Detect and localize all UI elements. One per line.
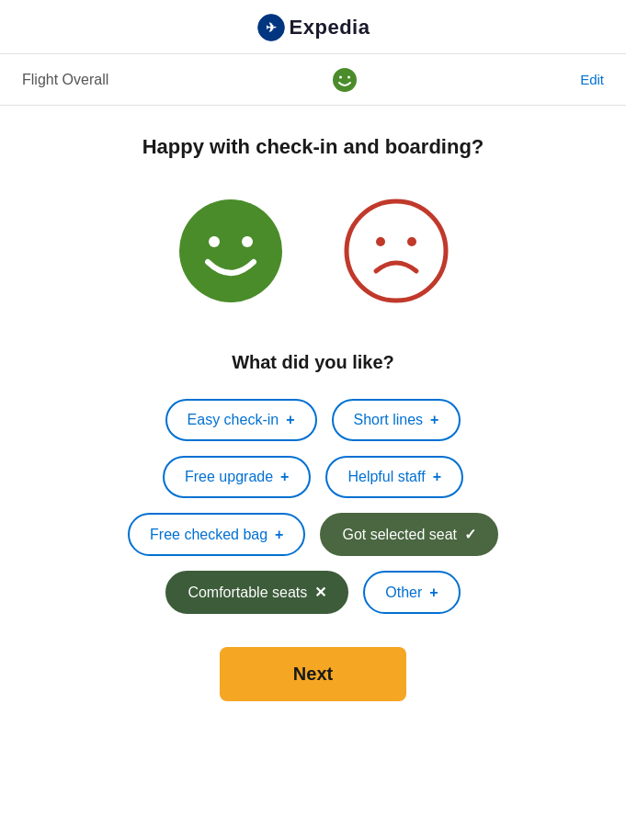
svg-point-9 (376, 237, 385, 246)
tag-comfortable-seats-label: Comfortable seats (188, 585, 307, 601)
question-title: Happy with check-in and boarding? (142, 135, 484, 159)
logo-text: Expedia (290, 16, 370, 40)
tags-row-1: Easy check-in + Short lines + (165, 399, 461, 441)
tag-free-upgrade-label: Free upgrade (185, 469, 273, 485)
tag-free-checked-bag-label: Free checked bag (150, 527, 267, 543)
smiley-icon (331, 66, 359, 94)
svg-point-2 (333, 68, 357, 92)
emoji-row (176, 196, 451, 306)
svg-text:✈: ✈ (266, 20, 277, 35)
svg-point-3 (339, 75, 342, 78)
tag-easy-checkin-label: Easy check-in (188, 412, 279, 428)
tag-got-selected-seat[interactable]: Got selected seat ✓ (320, 513, 498, 556)
tag-comfortable-seats[interactable]: Comfortable seats ✕ (165, 571, 348, 614)
svg-point-4 (347, 75, 350, 78)
svg-point-6 (209, 236, 220, 247)
tags-row-2: Free upgrade + Helpful staff + (163, 456, 463, 498)
logo: ✈ Expedia (256, 13, 370, 42)
svg-point-8 (347, 201, 446, 301)
tag-got-selected-seat-icon: ✓ (464, 526, 476, 543)
flight-overall-label: Flight Overall (22, 72, 108, 88)
tag-easy-checkin[interactable]: Easy check-in + (165, 399, 317, 441)
main-content: Happy with check-in and boarding? What d… (0, 106, 626, 840)
tag-helpful-staff[interactable]: Helpful staff + (325, 456, 463, 498)
tags-container: Easy check-in + Short lines + Free upgra… (56, 399, 571, 614)
sad-face-button[interactable] (341, 196, 451, 306)
tag-comfortable-seats-icon: ✕ (314, 584, 326, 601)
tag-free-checked-bag-icon: + (275, 527, 283, 543)
svg-point-10 (407, 237, 416, 246)
next-button[interactable]: Next (220, 647, 406, 701)
svg-point-5 (179, 199, 282, 302)
tag-other-label: Other (385, 585, 422, 601)
tag-helpful-staff-icon: + (433, 469, 441, 485)
tags-row-4: Comfortable seats ✕ Other + (165, 571, 460, 614)
tag-short-lines-label: Short lines (354, 412, 424, 428)
app-header: ✈ Expedia (0, 0, 626, 54)
like-section-title: What did you like? (232, 352, 394, 373)
tag-free-upgrade[interactable]: Free upgrade + (163, 456, 311, 498)
tag-short-lines-icon: + (430, 412, 438, 428)
tag-short-lines[interactable]: Short lines + (332, 399, 461, 441)
edit-button[interactable]: Edit (580, 72, 604, 87)
nav-bar: Flight Overall Edit (0, 54, 626, 106)
tags-row-3: Free checked bag + Got selected seat ✓ (128, 513, 498, 556)
tag-other[interactable]: Other + (363, 571, 460, 614)
tag-free-upgrade-icon: + (280, 469, 289, 485)
tag-easy-checkin-icon: + (286, 412, 294, 428)
tag-helpful-staff-label: Helpful staff (347, 469, 425, 485)
tag-got-selected-seat-label: Got selected seat (342, 527, 457, 543)
tag-other-icon: + (429, 585, 438, 601)
tag-free-checked-bag[interactable]: Free checked bag + (128, 513, 305, 556)
svg-point-7 (242, 236, 253, 247)
expedia-logo-icon: ✈ (256, 13, 286, 42)
happy-face-button[interactable] (176, 196, 286, 306)
